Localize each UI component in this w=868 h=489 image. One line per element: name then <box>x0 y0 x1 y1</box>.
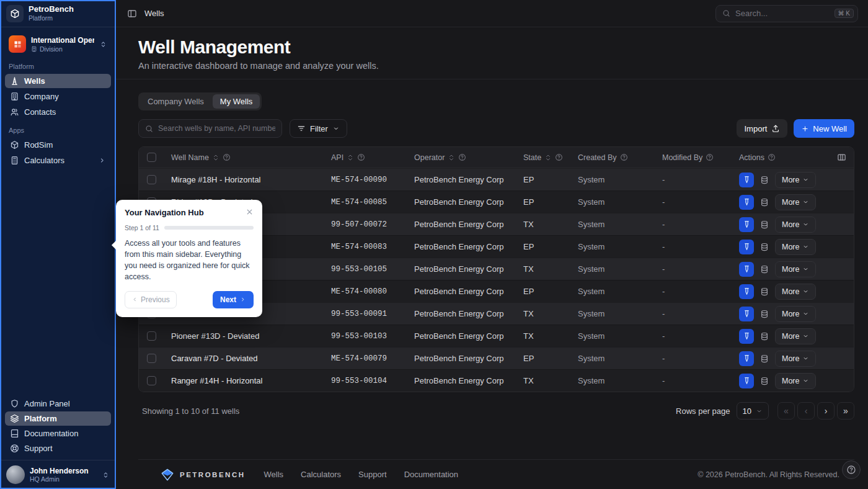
modified-by-cell: - <box>655 354 732 363</box>
sidebar-item-support[interactable]: Support <box>5 441 111 455</box>
wells-search-input[interactable] <box>158 124 275 133</box>
help-circle-icon[interactable] <box>620 153 628 161</box>
column-api[interactable]: API <box>324 153 407 162</box>
wellbore-diagram-button[interactable] <box>739 173 754 187</box>
sort-icon[interactable] <box>347 154 354 161</box>
global-search-input[interactable] <box>735 9 830 18</box>
org-switcher[interactable]: International Operatio Division <box>5 32 111 56</box>
api-cell: 99-507-00072 <box>324 220 407 229</box>
sidebar-item-platform[interactable]: Platform <box>5 411 111 426</box>
user-menu[interactable]: John Henderson HQ Admin <box>0 460 116 489</box>
help-button[interactable] <box>842 460 861 479</box>
sidebar-item-calculators[interactable]: Calculators <box>5 153 111 168</box>
row-checkbox[interactable] <box>147 376 156 385</box>
row-checkbox[interactable] <box>147 175 156 184</box>
global-search[interactable]: ⌘ K <box>715 5 858 22</box>
sidebar-item-wells[interactable]: Wells <box>5 74 111 88</box>
column-operator[interactable]: Operator <box>407 153 516 162</box>
footer-link-support[interactable]: Support <box>358 470 387 479</box>
more-button[interactable]: More <box>775 172 816 188</box>
help-circle-icon[interactable] <box>555 153 563 161</box>
help-circle-icon[interactable] <box>706 153 714 161</box>
database-button[interactable] <box>757 195 772 210</box>
footer-link-wells[interactable]: Wells <box>264 470 284 479</box>
petrobench-logo-icon <box>6 5 24 22</box>
last-page-button[interactable]: » <box>837 402 854 419</box>
database-button[interactable] <box>757 217 772 232</box>
more-button[interactable]: More <box>775 351 816 367</box>
tour-previous-button[interactable]: Previous <box>125 291 177 308</box>
database-button[interactable] <box>757 262 772 277</box>
well-name-cell[interactable]: Mirage #18H - Horizontal <box>164 175 324 184</box>
row-checkbox[interactable] <box>147 331 156 341</box>
wellbore-diagram-button[interactable] <box>739 284 754 299</box>
wellbore-diagram-button[interactable] <box>739 374 754 388</box>
select-all-checkbox[interactable] <box>147 153 156 162</box>
well-name-cell[interactable]: Ranger #14H - Horizontal <box>164 376 324 385</box>
tour-next-button[interactable]: Next <box>213 291 254 308</box>
sidebar-toggle-button[interactable] <box>126 7 138 20</box>
next-page-button[interactable]: › <box>817 402 835 419</box>
row-checkbox[interactable] <box>147 354 156 363</box>
previous-page-button[interactable]: ‹ <box>797 402 815 419</box>
more-button[interactable]: More <box>775 373 816 389</box>
more-button[interactable]: More <box>775 239 816 255</box>
more-button[interactable]: More <box>775 217 816 233</box>
more-button[interactable]: More <box>775 328 816 344</box>
sidebar-item-contacts[interactable]: Contacts <box>5 105 111 119</box>
database-button[interactable] <box>757 351 772 366</box>
sort-icon[interactable] <box>544 154 552 161</box>
tab-my-wells[interactable]: My Wells <box>213 94 260 109</box>
sort-icon[interactable] <box>212 154 219 161</box>
database-button[interactable] <box>757 284 772 299</box>
wellbore-diagram-button[interactable] <box>739 240 754 254</box>
help-circle-icon[interactable] <box>357 153 365 161</box>
state-cell: EP <box>516 175 570 184</box>
help-circle-icon[interactable] <box>223 153 231 161</box>
chevron-down-icon <box>802 199 809 205</box>
wellbore-diagram-button[interactable] <box>739 262 754 277</box>
wells-search[interactable] <box>138 119 282 138</box>
sidebar-item-company[interactable]: Company <box>5 89 111 104</box>
database-button[interactable] <box>757 307 772 321</box>
well-name-cell[interactable]: Caravan #7D - Deviated <box>164 354 324 363</box>
sidebar-item-rodsim[interactable]: RodSim <box>5 138 111 152</box>
more-button[interactable]: More <box>775 194 816 210</box>
layers-icon <box>10 414 19 423</box>
column-settings-button[interactable] <box>836 151 848 163</box>
footer-link-calculators[interactable]: Calculators <box>301 470 341 479</box>
sidebar-item-documentation[interactable]: Documentation <box>5 426 111 441</box>
state-cell: EP <box>516 354 570 363</box>
wellbore-diagram-button[interactable] <box>739 307 754 321</box>
column-well-name[interactable]: Well Name <box>164 153 324 162</box>
wellbore-diagram-button[interactable] <box>739 329 754 344</box>
more-button[interactable]: More <box>775 306 816 322</box>
more-button[interactable]: More <box>775 284 816 300</box>
rows-per-page-select[interactable]: 10 <box>737 402 769 419</box>
database-button[interactable] <box>757 374 772 388</box>
more-button[interactable]: More <box>775 261 816 277</box>
footer-link-documentation[interactable]: Documentation <box>404 470 458 479</box>
sidebar-item-admin-panel[interactable]: Admin Panel <box>5 397 111 411</box>
filter-button[interactable]: Filter <box>290 119 347 138</box>
sort-icon[interactable] <box>448 154 455 161</box>
import-button[interactable]: Import <box>737 119 787 138</box>
column-state[interactable]: State <box>516 153 570 162</box>
database-button[interactable] <box>757 240 772 254</box>
close-icon[interactable] <box>246 208 254 216</box>
help-circle-icon[interactable] <box>768 153 776 161</box>
help-circle-icon[interactable] <box>458 153 466 161</box>
brand-subtitle: Platform <box>29 14 74 22</box>
search-icon <box>145 125 153 133</box>
first-page-button[interactable]: « <box>777 402 795 419</box>
tab-company-wells[interactable]: Company Wells <box>140 94 211 109</box>
well-name-cell[interactable]: Pioneer #13D - Deviated <box>164 331 324 341</box>
wellbore-diagram-button[interactable] <box>739 195 754 210</box>
new-well-button[interactable]: New Well <box>794 119 854 138</box>
wellbore-diagram-button[interactable] <box>739 217 754 232</box>
page-header: Well Management An interactive dashboard… <box>116 27 868 79</box>
wellbore-diagram-button[interactable] <box>739 351 754 366</box>
database-button[interactable] <box>757 173 772 187</box>
database-button[interactable] <box>757 329 772 344</box>
api-cell: ME-574-00079 <box>324 354 407 363</box>
